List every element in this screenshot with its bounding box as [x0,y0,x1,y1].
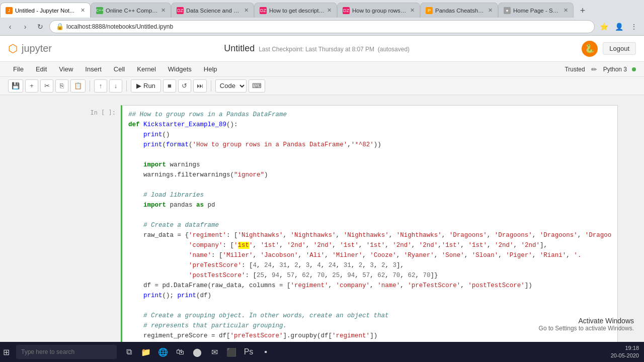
mail-icon[interactable]: ✉ [208,346,220,358]
jupyter-header: ⬡ jupyter Untitled Last Checkpoint: Last… [0,36,644,62]
paste-cell-button[interactable]: 📋 [70,79,86,93]
address-row: ‹ › ↻ 🔒 localhost:8888/notebooks/Untitle… [0,18,644,36]
menu-edit[interactable]: Edit [31,63,52,75]
time-display: 19:18 [611,344,639,352]
secure-icon: 🔒 [56,23,64,31]
pencil-icon[interactable]: ✏ [588,63,600,75]
tab-dz1[interactable]: DZ Data Science and Mac... ✕ [171,3,254,18]
date-display: 20-05-2020 [611,352,639,359]
extensions-icon[interactable]: ⭐ [598,21,610,33]
move-down-button[interactable]: ↓ [109,79,122,93]
tab-jupyter[interactable]: J Untitled - Jupyter Not... ✕ [0,3,91,18]
windows-activate-notice: Activate Windows Go to Settings to activ… [539,317,634,332]
start-menu-icon[interactable]: ⊞ [0,346,12,358]
jupyter-logo: ⬡ jupyter [8,42,52,55]
trusted-badge: Trusted ✏ Python 3 [565,63,636,75]
python-icon: 🐍 [582,41,598,57]
cut-cell-button[interactable]: ✂ [40,79,53,93]
menu-insert[interactable]: Insert [80,63,107,75]
trusted-text: Trusted [565,66,585,73]
forward-button[interactable]: › [19,21,31,33]
save-button[interactable]: 💾 [8,79,23,93]
menu-help[interactable]: Help [199,63,222,75]
reload-button[interactable]: ↻ [34,21,46,33]
notebook-name[interactable]: Untitled [224,43,255,54]
taskbar-search[interactable] [16,345,117,359]
restart-button[interactable]: ↺ [178,79,191,93]
tab-favicon-home: ● [504,7,511,14]
tab-close-pandas[interactable]: ✕ [488,7,493,14]
profile-icon[interactable]: 👤 [613,21,625,33]
logout-button[interactable]: Logout [603,42,636,55]
tab-close-dz3[interactable]: ✕ [410,7,415,14]
run-button[interactable]: ▶ Run [131,79,161,93]
jupyter-logo-icon: ⬡ [8,42,18,55]
photoshop-icon[interactable]: Ps [243,346,255,358]
keyboard-shortcuts-button[interactable]: ⌨ [249,79,265,93]
menu-cell[interactable]: Cell [109,63,130,75]
edge-icon[interactable]: 🌐 [157,346,169,358]
copy-cell-button[interactable]: ⎘ [55,79,68,93]
store-icon[interactable]: 🛍 [174,346,186,358]
notebook-container: In [ ]: ## How to group rows in a Pandas… [80,105,564,342]
tab-dz2[interactable]: DZ How to get descriptive... ✕ [254,3,337,18]
jupyter-title-area: Untitled Last Checkpoint: Last Thursday … [224,43,410,54]
chrome-icon[interactable]: ⬤ [191,346,203,358]
menu-file[interactable]: File [8,63,29,75]
tab-close-jupyter[interactable]: ✕ [80,7,85,14]
tab-label-jupyter: Untitled - Jupyter Not... [15,8,78,14]
tab-close-cpp[interactable]: ✕ [161,7,166,14]
tab-close-dz1[interactable]: ✕ [244,7,249,14]
tab-dz3[interactable]: DZ How to group rows in ... ✕ [337,3,420,18]
browser-toolbar-right: ⭐ 👤 ⋮ [598,21,640,33]
jupyter-header-right: 🐍 Logout [582,41,636,57]
tab-favicon-jupyter: J [6,7,13,14]
tab-label-dz3: How to group rows in ... [352,8,408,14]
back-button[interactable]: ‹ [4,21,16,33]
tab-favicon-dz3: DZ [343,7,350,14]
tab-close-dz2[interactable]: ✕ [327,7,332,14]
tab-bar: J Untitled - Jupyter Not... ✕ C++ Online… [0,0,644,18]
code-area[interactable]: ## How to group rows in a Pandas DataFra… [122,106,617,342]
file-explorer-icon[interactable]: 📁 [140,346,152,358]
tab-label-home: Home Page - Select o... [513,8,561,14]
tab-favicon-dz1: DZ [177,7,184,14]
tab-favicon-pandas: P [426,7,433,14]
tab-label-pandas: Pandas Cheatsheet - G... [435,8,486,14]
browser-window: J Untitled - Jupyter Not... ✕ C++ Online… [0,0,644,342]
menu-kernel[interactable]: Kernel [132,63,161,75]
taskbar-clock: 19:18 20-05-2020 [611,344,639,360]
taskbar: ⊞ ⧉ 📁 🌐 🛍 ⬤ ✉ ⬛ Ps ▪ 19:18 20-05-2020 [0,342,644,362]
tab-pandas[interactable]: P Pandas Cheatsheet - G... ✕ [420,3,498,18]
menu-view[interactable]: View [54,63,78,75]
checkpoint-info: Last Checkpoint: Last Thursday at 8:07 P… [259,46,410,53]
move-up-button[interactable]: ↑ [94,79,107,93]
run-label: Run [143,82,155,89]
interrupt-button[interactable]: ■ [163,79,176,93]
address-text: localhost:8888/notebooks/Untitled.ipynb [66,23,173,30]
new-tab-button[interactable]: + [576,4,590,18]
extra-icon[interactable]: ▪ [260,346,272,358]
menu-widgets[interactable]: Widgets [163,63,197,75]
address-bar[interactable]: 🔒 localhost:8888/notebooks/Untitled.ipyn… [49,20,595,33]
code-cell: In [ ]: ## How to group rows in a Pandas… [80,105,564,342]
run-icon: ▶ [136,82,141,89]
settings-icon[interactable]: ⋮ [628,21,640,33]
cell-type-select[interactable]: Code [215,79,247,93]
cell-content[interactable]: ## How to group rows in a Pandas DataFra… [121,105,618,342]
jupyter-logo-text: jupyter [22,43,52,54]
task-view-icon[interactable]: ⧉ [123,346,135,358]
tab-home[interactable]: ● Home Page - Select o... ✕ [498,3,574,18]
tab-cpp[interactable]: C++ Online C++ Compiler ✕ [91,3,171,18]
taskbar-app-icons: ⧉ 📁 🌐 🛍 ⬤ ✉ ⬛ Ps ▪ [123,346,272,358]
tab-label-cpp: Online C++ Compiler [106,8,158,14]
tab-favicon-dz2: DZ [260,7,267,14]
kernel-status-dot [632,67,636,71]
toolbar-separator-2 [126,80,127,92]
add-cell-button[interactable]: + [25,79,38,93]
vscode-icon[interactable]: ⬛ [225,346,237,358]
restart-run-button[interactable]: ⏭ [193,79,207,93]
tab-close-home[interactable]: ✕ [564,7,568,14]
menu-bar: File Edit View Insert Cell Kernel Widget… [0,62,644,77]
tab-favicon-cpp: C++ [96,7,103,14]
